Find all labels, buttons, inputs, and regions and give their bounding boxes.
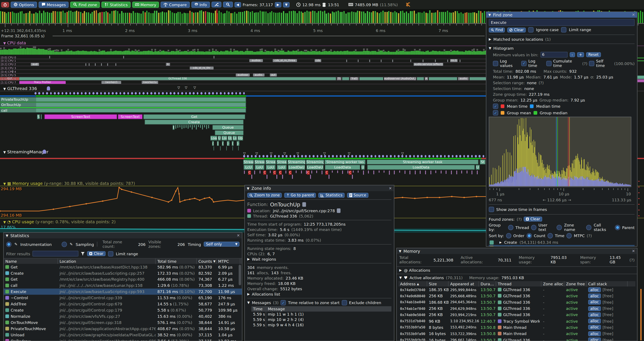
allocation-row[interactable]: 0x74a9d37040186.35 KB295,999,844ns13:50.…: [398, 286, 636, 293]
show-zone-time-checkbox[interactable]: [489, 207, 494, 212]
glthread-header[interactable]: ▼ GLThread 336: [3, 86, 37, 91]
cpu-zone[interactable]: [359, 77, 383, 80]
cpu-row[interactable]: audioseaudio.aut[0:5] CPU 5: [0, 74, 486, 77]
cpu-zone[interactable]: [429, 77, 457, 80]
statistics-button[interactable]: Statistics: [102, 2, 131, 8]
sort-by-radio-mtpc[interactable]: [566, 233, 572, 238]
exclude-children-checkbox[interactable]: [342, 300, 347, 305]
column-header-thread[interactable]: Thread: [496, 281, 541, 286]
allocation-row[interactable]: 0x7531d7b04096 KB1:10 234,952,16112:40.7…: [398, 318, 636, 324]
timeline-zone[interactable]: LoadDaU: [288, 165, 305, 170]
allocation-row[interactable]: 0x7553b9fa9016 bytes153,722,396ns13:50.8…: [398, 330, 636, 337]
timeline-zone[interactable]: LoU: [255, 165, 264, 170]
group-by-radio-thread[interactable]: [508, 225, 513, 230]
error-zone[interactable]: C: [279, 171, 282, 175]
timeline-zone[interactable]: Get: [144, 114, 245, 119]
close-icon[interactable]: ✕: [389, 186, 392, 190]
options-button[interactable]: Options: [11, 2, 37, 8]
sampling-radio[interactable]: [61, 241, 67, 247]
table-row[interactable]: Get/mnt/e/claw/src/claw/base/Registry.hp…: [4, 276, 242, 282]
alloc-callstack-button[interactable]: alloc: [588, 300, 601, 305]
message-row[interactable]: 5.59 smip 11 w 1 h 1 (1): [252, 311, 392, 317]
timeline-zone[interactable]: U: [476, 165, 480, 170]
ghost-icon[interactable]: [42, 150, 46, 154]
clipboard-icon[interactable]: [337, 208, 340, 213]
timeline-zone[interactable]: Streaming worker tas: [324, 160, 366, 164]
table-row[interactable]: OnRedrawjni/../jni/src/claw/application/…: [4, 338, 242, 341]
memory-usage-header[interactable]: ▼ ▦ Memory usage (y-range: 30.88 KB, vis…: [3, 181, 135, 186]
table-row[interactable]: Createjni/../jni/src/guif/Control.cpp:17…: [4, 307, 242, 313]
cpu-zone[interactable]: kworker/u: [142, 81, 158, 84]
clear-button[interactable]: Clear: [508, 27, 526, 32]
find-zone-search-input[interactable]: Execute: [489, 19, 634, 26]
wait-regions-expander[interactable]: ▶Wait regions: [247, 257, 392, 261]
sort-by-radio-time[interactable]: [548, 233, 553, 238]
group-by-radio-zone-name[interactable]: [557, 225, 562, 230]
stack-zone[interactable]: PrivateTouchUp: [0, 97, 246, 102]
timeline-zone[interactable]: LoU: [277, 165, 286, 170]
memory-usage-chart[interactable]: [0, 186, 486, 218]
prev-frame-button[interactable]: ◀: [234, 2, 241, 7]
cpu-data-header[interactable]: ▼ CPU data: [3, 41, 26, 45]
column-header-location[interactable]: Location: [58, 258, 156, 264]
cpu-zone[interactable]: A: [425, 77, 428, 80]
timeline-zone[interactable]: |-: [236, 141, 239, 146]
timeline-zone[interactable]: Up: [228, 136, 232, 140]
help-icon[interactable]: (?): [538, 81, 544, 85]
timeline-zone[interactable]: LcU: [244, 165, 254, 170]
allocations-expander[interactable]: ▶@ Allocations: [397, 268, 637, 273]
messages-expander[interactable]: ▼Messages (3) ✓ Time relative to zone st…: [247, 300, 392, 305]
stack-zone[interactable]: call: [0, 108, 246, 113]
histogram-expander[interactable]: ▼Histogram: [489, 46, 634, 51]
collapse-icon[interactable]: ▼: [247, 186, 249, 190]
cumulate-checkbox[interactable]: [546, 61, 552, 66]
timeline-zone[interactable]: |: [217, 141, 219, 146]
cpu-row[interactable]: GLTGLThread 336TiTraDaudioserver (AudioO…: [0, 77, 486, 81]
timeline-zone[interactable]: LoadData: [367, 165, 475, 170]
column-header-size[interactable]: Size: [427, 281, 448, 286]
timeline-zone[interactable]: |~: [227, 141, 230, 146]
cpu-row[interactable]: Tracy Profiler(worker/)kworker/u[1:1] CP…: [0, 81, 486, 84]
find-zone-button[interactable]: Find zone: [70, 2, 100, 8]
clipboard-icon[interactable]: [302, 202, 306, 207]
cpu-zone[interactable]: [470, 77, 486, 80]
memory-titlebar[interactable]: ▼ Memory ✕: [397, 248, 637, 254]
timeline-zone[interactable]: Strear: [254, 160, 265, 164]
help-icon[interactable]: (?): [587, 233, 592, 238]
allocations-list-expander[interactable]: ▶Allocations list: [247, 292, 392, 296]
cpu-zone[interactable]: cds_ol_rx_threa: [273, 59, 297, 62]
timeline-zone[interactable]: Strea: [265, 160, 276, 164]
mute-signal-icon[interactable]: [405, 2, 410, 7]
minus-button[interactable]: -: [570, 52, 575, 57]
alloc-callstack-button[interactable]: alloc: [588, 287, 601, 292]
zone-marker-icon[interactable]: ▽: [194, 86, 196, 90]
table-row[interactable]: PrivateTouchMovejni/../jni/src/claw/appl…: [4, 326, 242, 332]
statistics-scrollbar[interactable]: [239, 265, 241, 285]
log-values-checkbox[interactable]: [493, 61, 498, 66]
zone-info-titlebar[interactable]: ▼ Zone info ✕: [245, 185, 394, 191]
column-header-counts[interactable]: Counts▼: [197, 258, 216, 264]
zone-marker-icon[interactable]: ▽: [185, 86, 187, 90]
timeline-zone[interactable]: Create: [144, 120, 244, 124]
column-header-mtpc[interactable]: MTPC: [216, 258, 240, 264]
timeline-zone[interactable]: U: [361, 165, 364, 170]
timeline-zone[interactable]: Lo: [232, 136, 237, 140]
cpu-zone[interactable]: [417, 77, 424, 80]
help-icon[interactable]: (?): [630, 258, 634, 262]
column-header-message[interactable]: Message: [266, 306, 392, 311]
error-zone[interactable]: C: [273, 171, 276, 175]
column-header-total-time[interactable]: Total time: [156, 258, 197, 264]
timeline-zone[interactable]: (: [212, 141, 214, 146]
collapse-icon[interactable]: ▼: [3, 150, 6, 154]
allocation-row[interactable]: 0x74a9d68040256 KB295,668,489ns13:50.7GL…: [398, 293, 636, 299]
cpu-zone[interactable]: aut: [270, 74, 277, 76]
info-button[interactable]: Info: [191, 2, 210, 8]
alloc-callstack-button[interactable]: alloc: [588, 293, 601, 298]
power-button[interactable]: [1, 2, 9, 7]
cpu-row[interactable]: [0:4] CPU 4: [0, 70, 486, 74]
close-icon[interactable]: ✕: [632, 13, 635, 17]
plus-button[interactable]: +: [577, 52, 584, 57]
column-header-zone-alloc[interactable]: Zone alloc: [541, 281, 564, 286]
sort-by-radio-order[interactable]: [506, 233, 511, 238]
cpu-zone[interactable]: audio.: [253, 74, 264, 76]
